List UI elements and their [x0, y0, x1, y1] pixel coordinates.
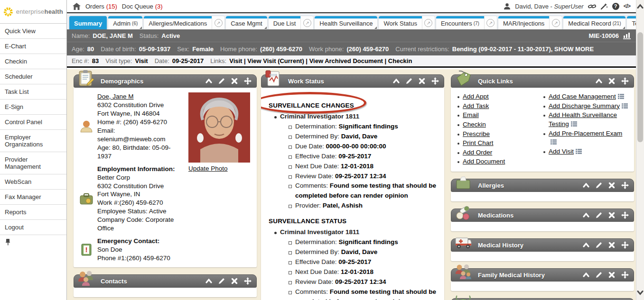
tab-due-list[interactable]: Due List ↗: [269, 16, 314, 29]
tab-case-mgmt[interactable]: Case Mgmt: [226, 16, 267, 29]
panel-header[interactable]: Quick Links: [451, 74, 634, 88]
close-button[interactable]: [419, 78, 425, 84]
edit-button[interactable]: [596, 242, 602, 248]
tab-mar-injections[interactable]: MAR/Injections ↗: [498, 16, 562, 29]
user-menu[interactable]: David, Dave - SuperUser: [515, 3, 584, 10]
open-in-new-button[interactable]: ↗: [549, 16, 562, 29]
edit-button[interactable]: [596, 182, 602, 189]
email-link[interactable]: Email: [463, 111, 479, 118]
close-button[interactable]: [231, 78, 238, 84]
move-button[interactable]: [621, 182, 629, 189]
panel-header[interactable]: Medications: [451, 209, 634, 222]
sidebar-item-logout[interactable]: Logout: [0, 220, 66, 235]
edit-button[interactable]: [218, 78, 225, 84]
list-grid-icon[interactable]: [622, 103, 628, 109]
add-case-management-link[interactable]: Add Case Management: [549, 93, 616, 100]
sidebar-item-employer-organizations[interactable]: Employer Organizations: [0, 130, 66, 152]
sidebar-item-webscan[interactable]: WebScan: [0, 174, 66, 190]
tab-allergies-medications[interactable]: Allergies/Medications ↗: [144, 16, 224, 29]
panel-header[interactable]: Medical History: [451, 238, 634, 252]
orders-link[interactable]: Orders (15): [85, 3, 117, 10]
sidebar-item-provider-management[interactable]: Provider Management: [0, 152, 66, 174]
home-button[interactable]: [73, 3, 81, 10]
update-photo-link[interactable]: Update Photo: [188, 165, 228, 172]
checkin-link[interactable]: Checkin: [388, 57, 412, 64]
edit-button[interactable]: [406, 78, 412, 84]
open-in-new-button[interactable]: ↗: [212, 16, 224, 29]
close-button[interactable]: [608, 242, 615, 248]
tab-admin[interactable]: Admin (6): [108, 16, 142, 29]
move-button[interactable]: [621, 77, 629, 85]
sidebar-item-checkin[interactable]: Checkin: [0, 54, 66, 69]
close-button[interactable]: [608, 212, 615, 218]
sidebar-item-task-list[interactable]: Task List: [0, 84, 66, 100]
panel-header[interactable]: Allergies: [451, 179, 634, 192]
add-task-link[interactable]: Add Task: [463, 102, 489, 109]
prescribe-link[interactable]: Prescribe: [463, 130, 490, 137]
close-button[interactable]: [608, 78, 615, 84]
sidebar-item-e-chart[interactable]: E-Chart: [0, 39, 66, 54]
chart-icon[interactable]: [623, 32, 631, 39]
add-visit-link[interactable]: Add Visit: [549, 148, 574, 155]
sidebar-item-control-panel[interactable]: Control Panel: [0, 115, 66, 130]
page-scrollbar[interactable]: [636, 0, 644, 300]
scrollbar-thumb[interactable]: [637, 32, 643, 142]
link-icon[interactable]: [588, 3, 596, 10]
view-visit-current-link[interactable]: View Visit (Current): [247, 57, 309, 64]
sidebar-item-quick-view[interactable]: Quick View: [0, 24, 66, 39]
help-icon[interactable]: ?: [612, 3, 619, 10]
add-appt-link[interactable]: Add Appt: [463, 93, 489, 100]
open-in-new-button[interactable]: ↗: [422, 16, 435, 29]
collapse-button[interactable]: [205, 79, 212, 83]
move-button[interactable]: [621, 241, 629, 249]
collapse-button[interactable]: [583, 213, 589, 218]
collapse-button[interactable]: [583, 183, 589, 188]
open-in-new-button[interactable]: ↗: [300, 16, 313, 29]
move-button[interactable]: [431, 77, 439, 85]
code-icon[interactable]: </>: [624, 3, 630, 9]
add-discharge-summary-link[interactable]: Add Discharge Summary: [549, 102, 620, 109]
doc-queue-link[interactable]: Doc Queue (3): [122, 3, 163, 10]
panel-header[interactable]: Family Medical History: [451, 268, 634, 282]
edit-button[interactable]: [596, 272, 602, 278]
close-button[interactable]: [608, 182, 615, 189]
close-button[interactable]: [231, 278, 238, 284]
patient-name-link[interactable]: Doe, Jane M: [97, 92, 185, 101]
move-button[interactable]: [244, 277, 252, 285]
edit-button[interactable]: [218, 278, 225, 284]
brand-logo[interactable]: enterprisehealth: [0, 0, 66, 24]
collapse-button[interactable]: [205, 279, 212, 283]
add-pre-placement-exam-link[interactable]: Add Pre-Placement Exam: [549, 130, 622, 137]
sidebar-item-reports[interactable]: Reports: [0, 205, 66, 220]
open-in-new-button[interactable]: ↗: [484, 16, 497, 29]
panel-header[interactable]: Contacts: [74, 274, 257, 288]
list-grid-icon[interactable]: [551, 139, 557, 145]
list-grid-icon[interactable]: [576, 149, 582, 154]
tab-medical-record[interactable]: Medical Record (21): [563, 16, 625, 29]
tab-summary[interactable]: Summary: [69, 16, 107, 29]
visit-link[interactable]: Visit: [229, 57, 247, 64]
sidebar-item-fax-manager[interactable]: Fax Manager: [0, 190, 66, 205]
print-chart-link[interactable]: Print Chart: [463, 139, 494, 146]
tab-health-surveillance[interactable]: Health Surveillance: [315, 16, 377, 29]
edit-button[interactable]: [596, 212, 602, 218]
move-button[interactable]: [244, 77, 252, 85]
collapse-button[interactable]: [583, 273, 589, 277]
add-document-link[interactable]: Add Document: [463, 158, 505, 165]
collapse-button[interactable]: [393, 79, 400, 83]
sidebar-item-scheduler[interactable]: Scheduler: [0, 69, 66, 84]
close-button[interactable]: [608, 272, 615, 278]
restrictions-value[interactable]: Bending (09-02-2017 - 11-30-2017), SHOW …: [452, 45, 594, 53]
sidebar-item-e-sign[interactable]: E-Sign: [0, 100, 66, 115]
tab-work-status[interactable]: Work Status ↗: [379, 16, 435, 29]
tab-encounters[interactable]: Encounters (7) ↗: [436, 16, 497, 29]
panel-header[interactable]: Surgeries/Procedures: [451, 298, 634, 300]
add-order-link[interactable]: Add Order: [463, 149, 492, 156]
panel-header[interactable]: Demographics: [74, 74, 257, 88]
scroll-down-button[interactable]: [637, 290, 644, 297]
move-button[interactable]: [621, 271, 629, 279]
add-health-surveillance-testing-link[interactable]: Add Health Surveillance Testing: [549, 111, 617, 127]
wand-icon[interactable]: [600, 3, 608, 10]
collapse-button[interactable]: [596, 79, 602, 83]
list-grid-icon[interactable]: [618, 94, 624, 99]
